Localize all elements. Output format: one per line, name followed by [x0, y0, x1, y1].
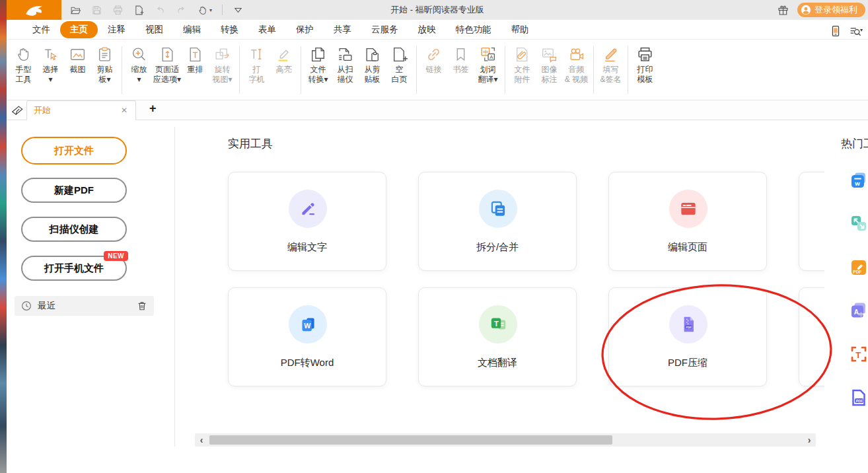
ribbon-button-label: 图像标注: [542, 65, 558, 85]
menu-item-cloud-service[interactable]: 云服务: [361, 22, 408, 38]
customize-toolbar-button[interactable]: [233, 5, 244, 16]
pdf-to-word-card[interactable]: WPDF转Word: [228, 287, 386, 386]
redo-button[interactable]: [176, 5, 187, 16]
typewriter-button[interactable]: 打字机: [243, 46, 270, 85]
from-clipboard-icon: [363, 46, 381, 63]
snapshot-button[interactable]: 截图: [64, 46, 91, 75]
scanner-create-button[interactable]: 扫描仪创建: [21, 217, 127, 242]
tool-card-label: 拆分/合并: [419, 241, 576, 254]
menu-item-protect[interactable]: 保护: [286, 22, 324, 38]
open-file-button[interactable]: [70, 5, 81, 16]
menu-item-help[interactable]: 帮助: [501, 22, 539, 38]
doc-translate-card[interactable]: T文档翻译: [418, 287, 577, 386]
ribbon-button-label: 划词翻译▾: [478, 65, 498, 85]
edit-pages-card[interactable]: 编辑页面: [608, 172, 767, 271]
undo-button[interactable]: [155, 5, 166, 16]
ocr-tool-icon: T: [849, 344, 868, 364]
edit-text-circle: [289, 190, 327, 228]
recent-files-row[interactable]: 最近: [15, 296, 154, 316]
from-scanner-button[interactable]: 从扫描仪: [332, 46, 359, 85]
link-button[interactable]: 链接: [420, 46, 447, 75]
menu-item-comment[interactable]: 注释: [98, 22, 135, 38]
clipboard-button[interactable]: 剪贴板▾: [91, 46, 118, 85]
ribbon-button-label: 从扫描仪: [338, 65, 353, 85]
menu-item-special-features[interactable]: 特色功能: [446, 22, 501, 38]
fill-sign-button[interactable]: 填写&签名: [597, 46, 624, 85]
new-badge: NEW: [104, 251, 128, 261]
blank-page-button[interactable]: 空白页: [386, 46, 413, 85]
menu-item-form[interactable]: 表单: [248, 22, 286, 38]
scroll-left-arrow[interactable]: ‹: [195, 433, 208, 447]
menu-item-home[interactable]: 主页: [60, 21, 98, 38]
hand-tool-button[interactable]: 手型工具: [10, 46, 37, 85]
print-template-button[interactable]: 打印模板: [632, 46, 659, 85]
ribbon-group: 链接书签中A划词翻译▾: [420, 46, 501, 85]
hand-mode-button[interactable]: ▾: [197, 5, 212, 16]
zoom-tool-button[interactable]: 缩放▾: [126, 46, 153, 85]
page-fit-button[interactable]: 页面适应选项▾: [153, 46, 182, 85]
highlight-button[interactable]: 高亮: [270, 46, 297, 75]
new-tab-button[interactable]: +: [147, 102, 159, 116]
menu-item-view[interactable]: 视图: [135, 22, 173, 38]
pdf-doc-tool-button[interactable]: PDF: [849, 388, 868, 408]
split-merge-card[interactable]: 拆分/合并: [418, 172, 577, 271]
print-button[interactable]: [112, 5, 124, 16]
menu-item-presentation[interactable]: 放映: [408, 22, 446, 38]
bookmark-button[interactable]: 书签: [447, 46, 474, 75]
format-convert-tool-button[interactable]: [849, 213, 868, 233]
menu-item-file[interactable]: 文件: [22, 22, 60, 38]
svg-text:PDF: PDF: [686, 326, 692, 329]
whiteboard-icon[interactable]: [11, 104, 24, 117]
reflow-button[interactable]: 重排: [182, 46, 209, 75]
ribbon-toolbar: 手型工具选择▾截图剪贴板▾缩放▾页面适应选项▾重排旋转视图▾打字机高亮文件转换▾…: [7, 40, 868, 100]
login-button[interactable]: 登录领福利: [797, 3, 865, 17]
svg-text:T: T: [855, 350, 861, 360]
image-annotation-button[interactable]: 图像标注: [536, 46, 563, 85]
ribbon-button-label: 文件附件: [515, 65, 530, 85]
tool-card-partial[interactable]: [799, 172, 824, 271]
mobile-phone-icon: [829, 24, 840, 36]
tool-card-label: 编辑页面: [609, 241, 766, 254]
svg-text:W: W: [304, 322, 311, 330]
mobile-phone-button[interactable]: [829, 24, 840, 36]
audio-video-button[interactable]: 音频& 视频: [563, 46, 590, 85]
menu-item-edit[interactable]: 编辑: [173, 22, 211, 38]
edit-text-icon: [297, 198, 318, 219]
word-convert-tool-button[interactable]: w: [849, 170, 868, 190]
menu-item-share[interactable]: 共享: [324, 22, 361, 38]
ribbon-group-separator: [593, 46, 594, 94]
doc-translate-icon: T: [488, 314, 509, 335]
translate-tool-button[interactable]: A中: [849, 301, 868, 320]
edit-text-card[interactable]: 编辑文字: [228, 172, 386, 271]
hot-tools-panel: 热门工具 wPDFA中TPDF: [824, 120, 868, 473]
ocr-tool-button[interactable]: T: [849, 344, 868, 364]
file-attachment-button[interactable]: 文件附件: [509, 46, 536, 85]
pdf-compress-card[interactable]: PDFPDF压缩: [608, 287, 767, 386]
trash-icon[interactable]: [137, 301, 147, 311]
tool-card-partial[interactable]: [799, 287, 824, 386]
select-tool-button[interactable]: 选择▾: [37, 46, 64, 85]
pdf-edit-tool-button[interactable]: PDF: [849, 258, 868, 277]
horizontal-scrollbar[interactable]: ‹ ›: [195, 433, 816, 447]
ribbon-group-separator: [628, 46, 628, 94]
scroll-right-arrow[interactable]: ›: [803, 433, 816, 447]
foxit-logo-icon[interactable]: [7, 0, 61, 20]
tab-close-icon[interactable]: ✕: [120, 106, 129, 115]
word-translate-button[interactable]: 中A划词翻译▾: [474, 46, 501, 85]
rotate-view-button[interactable]: 旋转视图▾: [209, 46, 236, 85]
save-button[interactable]: [91, 5, 102, 16]
new-document-button[interactable]: [133, 5, 145, 16]
link-icon: [425, 46, 443, 63]
ribbon-group-separator: [505, 46, 505, 94]
open-file-button[interactable]: 打开文件: [21, 137, 127, 164]
print-icon: [112, 5, 124, 16]
tab-start[interactable]: 开始 ✕: [26, 100, 136, 120]
from-clipboard-button[interactable]: 从剪贴板: [359, 46, 386, 85]
scrollbar-thumb[interactable]: [209, 435, 612, 445]
search-commands-button[interactable]: ▾: [848, 24, 863, 36]
menu-item-convert[interactable]: 转换: [211, 22, 248, 38]
gift-icon[interactable]: [777, 4, 789, 17]
open-mobile-file-button[interactable]: 打开手机文件NEW: [21, 256, 127, 281]
convert-files-button[interactable]: 文件转换▾: [305, 46, 332, 85]
new-pdf-button[interactable]: 新建PDF: [21, 178, 127, 203]
